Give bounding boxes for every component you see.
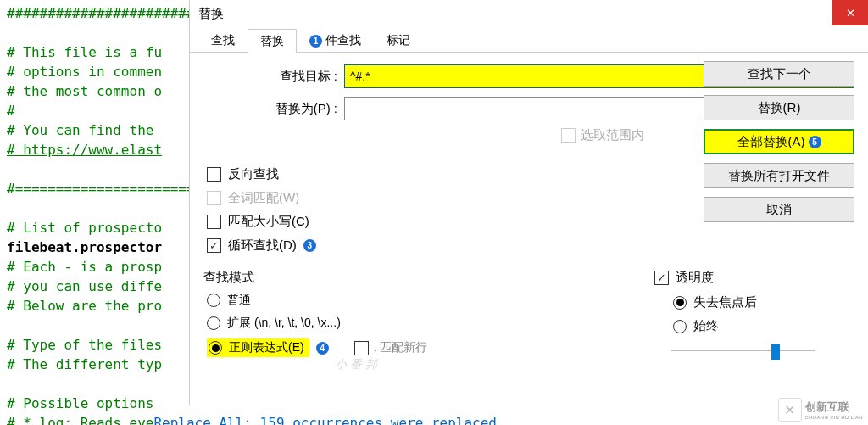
match-case-checkbox[interactable] bbox=[207, 215, 221, 229]
match-case-label: 匹配大小写(C) bbox=[228, 214, 309, 230]
mode-extended-label: 扩展 (\n, \r, \t, \0, \x...) bbox=[227, 316, 341, 331]
mode-normal[interactable]: 普通 bbox=[207, 293, 427, 308]
options-group: 反向查找 全词匹配(W) 匹配大小写(C) ✓ 循环查找(D) 3 bbox=[207, 166, 316, 254]
editor-line: # Each - is a prosp bbox=[7, 259, 162, 275]
logo-subtext: CHUANG XIN HU LIAN bbox=[805, 415, 863, 420]
replace-button[interactable]: 替换(R) bbox=[704, 95, 854, 120]
editor-line: # the most common o bbox=[7, 83, 162, 99]
wrap-checkbox[interactable]: ✓ bbox=[207, 238, 221, 253]
in-selection-label: 选取范围内 bbox=[581, 127, 644, 143]
radio-extended[interactable] bbox=[207, 316, 220, 330]
transparency-group: ✓ 透明度 失去焦点后 始终 bbox=[654, 270, 815, 356]
in-selection-option: 选取范围内 bbox=[561, 127, 644, 143]
search-mode-group: 查找模式 普通 扩展 (\n, \r, \t, \0, \x...) 正则表达式… bbox=[203, 270, 427, 383]
editor-line: # You can find the bbox=[7, 122, 162, 138]
annotation-5: 5 bbox=[809, 136, 821, 148]
dot-newline-label: . 匹配新行 bbox=[374, 340, 428, 355]
slider-thumb[interactable] bbox=[771, 344, 780, 360]
slider-track bbox=[671, 350, 815, 351]
editor-line: # List of prospecto bbox=[7, 220, 162, 236]
replace-all-open-button[interactable]: 替换所有打开文件 bbox=[704, 163, 854, 188]
watermark: 小 番 邦 bbox=[322, 357, 390, 383]
wrap-around-option[interactable]: ✓ 循环查找(D) 3 bbox=[207, 238, 316, 254]
dialog-titlebar[interactable]: 替换 bbox=[190, 0, 868, 27]
reverse-checkbox[interactable] bbox=[207, 167, 221, 182]
watermark-logo: ✕ 创新互联 CHUANG XIN HU LIAN bbox=[778, 398, 863, 422]
annotation-4: 4 bbox=[316, 342, 329, 355]
whole-word-checkbox bbox=[207, 191, 221, 205]
wrap-label: 循环查找(D) bbox=[228, 238, 297, 254]
tab-infiles-label: 件查找 bbox=[326, 33, 361, 48]
annotation-1: 1 bbox=[309, 35, 322, 48]
tabstrip: 查找 替换 1 件查找 标记 bbox=[190, 27, 868, 53]
tab-mark[interactable]: 标记 bbox=[374, 28, 423, 52]
match-case-option[interactable]: 匹配大小写(C) bbox=[207, 214, 316, 230]
radio-on-lose[interactable] bbox=[673, 296, 687, 310]
find-next-button[interactable]: 查找下一个 bbox=[704, 61, 854, 87]
transparency-slider[interactable] bbox=[671, 344, 815, 356]
editor-line: # The different typ bbox=[7, 356, 162, 372]
annotation-3: 3 bbox=[303, 239, 316, 252]
editor-line: # options in commen bbox=[7, 64, 162, 80]
transparency-title: 透明度 bbox=[676, 270, 714, 286]
editor-line: # Possible options bbox=[7, 395, 162, 411]
cancel-button[interactable]: 取消 bbox=[704, 197, 854, 222]
reverse-search-option[interactable]: 反向查找 bbox=[207, 166, 316, 182]
editor-line: # Type of the files bbox=[7, 337, 162, 353]
replace-all-label: 全部替换(A) bbox=[737, 134, 805, 150]
transp-always[interactable]: 始终 bbox=[673, 318, 815, 334]
in-selection-checkbox bbox=[561, 128, 576, 143]
dot-newline-checkbox[interactable] bbox=[354, 341, 369, 355]
radio-normal[interactable] bbox=[207, 294, 220, 307]
status-message: Replace All: 159 occurrences were replac… bbox=[153, 415, 504, 425]
editor-last-line: # * log: Reads eveReplace All: 159 occur… bbox=[7, 415, 505, 425]
transp-on-lose-label: 失去焦点后 bbox=[693, 294, 757, 310]
mode-regex-row[interactable]: 正则表达式(E) 4 . 匹配新行 bbox=[207, 338, 427, 357]
editor-line: ######################## bbox=[7, 5, 203, 21]
dialog-title: 替换 bbox=[198, 6, 224, 22]
editor-line-plain: filebeat.prospector bbox=[7, 239, 162, 255]
search-mode-title: 查找模式 bbox=[203, 270, 427, 286]
editor-line: # Below are the pro bbox=[7, 298, 162, 314]
radio-regex[interactable] bbox=[209, 341, 222, 355]
button-column: 查找下一个 替换(R) 全部替换(A) 5 替换所有打开文件 取消 bbox=[704, 61, 854, 222]
mode-regex-label: 正则表达式(E) bbox=[229, 340, 304, 355]
reverse-label: 反向查找 bbox=[228, 166, 279, 182]
replace-dialog: 替换 ✕ 查找 替换 1 件查找 标记 查找目标 : ^#.* 2 ▾ 替换为(… bbox=[189, 0, 868, 405]
tab-find[interactable]: 查找 bbox=[198, 28, 248, 52]
mode-extended[interactable]: 扩展 (\n, \r, \t, \0, \x...) bbox=[207, 316, 427, 331]
find-target-value: ^#.* bbox=[350, 70, 370, 83]
transparency-checkbox[interactable]: ✓ bbox=[654, 271, 669, 285]
radio-always[interactable] bbox=[673, 320, 687, 333]
editor-line: # bbox=[7, 103, 15, 119]
label-find-target: 查找目标 : bbox=[203, 69, 337, 85]
label-replace-with: 替换为(P) : bbox=[203, 101, 337, 117]
close-icon: ✕ bbox=[846, 7, 855, 20]
logo-icon: ✕ bbox=[778, 398, 802, 422]
dot-newline-option[interactable]: . 匹配新行 bbox=[354, 340, 428, 355]
whole-word-label: 全词匹配(W) bbox=[228, 190, 299, 206]
tab-replace[interactable]: 替换 bbox=[248, 29, 297, 53]
transp-always-label: 始终 bbox=[693, 318, 719, 334]
transp-on-lose-focus[interactable]: 失去焦点后 bbox=[673, 294, 815, 310]
editor-line: # This file is a fu bbox=[7, 44, 162, 60]
editor-line: #======================= bbox=[7, 181, 203, 197]
logo-text: 创新互联 bbox=[805, 400, 863, 415]
replace-all-button[interactable]: 全部替换(A) 5 bbox=[704, 129, 854, 154]
editor-line: # you can use diffe bbox=[7, 278, 162, 294]
whole-word-option: 全词匹配(W) bbox=[207, 190, 316, 206]
mode-normal-label: 普通 bbox=[227, 293, 251, 308]
tab-find-in-files[interactable]: 1 件查找 bbox=[297, 28, 374, 52]
editor-line: # https://www.elast bbox=[7, 142, 162, 158]
close-button[interactable]: ✕ bbox=[832, 0, 868, 25]
